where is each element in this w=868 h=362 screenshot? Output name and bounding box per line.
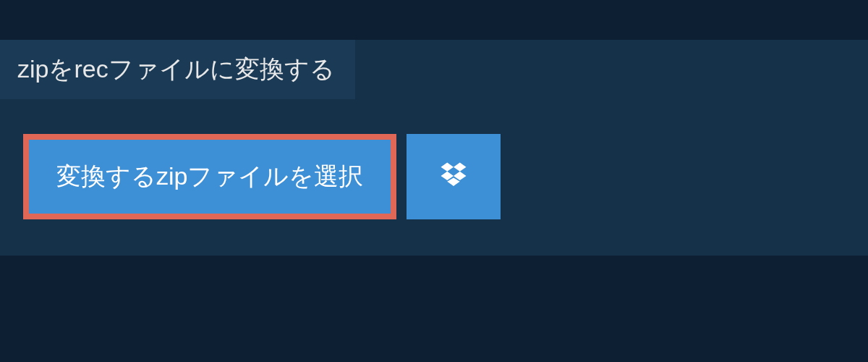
button-row: 変換するzipファイルを選択	[23, 134, 868, 219]
page-title: zipをrecファイルに変換する	[0, 40, 355, 99]
dropbox-button[interactable]	[407, 134, 501, 219]
converter-panel: zipをrecファイルに変換する 変換するzipファイルを選択	[0, 40, 868, 256]
select-file-button[interactable]: 変換するzipファイルを選択	[23, 134, 396, 219]
select-file-label: 変換するzipファイルを選択	[56, 160, 363, 193]
dropbox-icon	[438, 160, 469, 193]
